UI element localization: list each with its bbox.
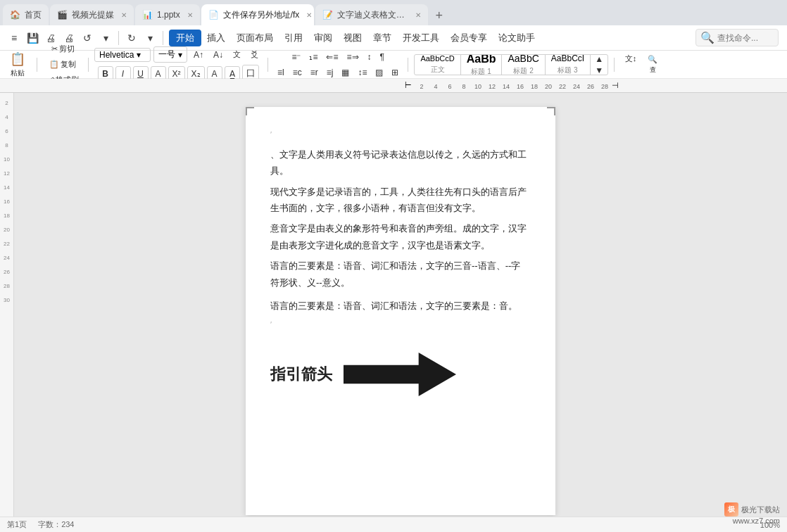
menu-chapter[interactable]: 章节 xyxy=(367,29,397,47)
paragraph-4-text: 语言的三要素是：语音、词汇和语法，文字的三音--语言、--字 符形状、义--意义… xyxy=(270,260,520,287)
arrow-label: 指引箭头 xyxy=(270,360,332,388)
styles-more-icon2: ▼ xyxy=(595,65,603,75)
left-ruler-14: 14 xyxy=(0,180,13,194)
toolbar-row-1: 📋 粘贴 ✂ 剪切 📋 复制 🖌 格式刷 Helve xyxy=(0,51,787,79)
font-name-arrow: ▾ xyxy=(137,50,141,60)
style-h2-label: 标题 2 xyxy=(513,66,533,75)
style-h2[interactable]: AaBbC 标题 2 xyxy=(502,55,544,75)
tab-pptx-close[interactable]: ✕ xyxy=(187,11,193,19)
style-h3[interactable]: AaBbCcI 标题 3 xyxy=(546,55,590,75)
ruler-mark-2: 2 xyxy=(415,83,429,90)
paste-group: 📋 粘贴 xyxy=(4,50,31,80)
tab-text[interactable]: 📝 文字迪义表格文案方式组工集(1) ✕ xyxy=(315,4,428,25)
border-button[interactable]: ⊞ xyxy=(388,65,402,80)
tab-text-close[interactable]: ✕ xyxy=(415,11,421,19)
left-ruler-16: 16 xyxy=(0,194,13,208)
menu-icon[interactable]: ≡ xyxy=(6,30,23,46)
paragraph-3[interactable]: 意音文字是由表义的象形符号和表音的声旁组。成的文字，汉字是由表形文字进化成的意音… xyxy=(270,220,531,253)
paragraph-2[interactable]: 现代文字多是记录语言的，工具，人类往往先有口头的语言后产生书面的，文字，很多小语… xyxy=(270,184,531,217)
main-area: 2 4 6 8 10 12 14 16 18 20 22 24 26 28 30… xyxy=(0,93,787,517)
document-area[interactable]: ′ 、文字是人类用表义符号记录表达信息以传之，久远的方式和工具。 现代文字多是记… xyxy=(14,93,787,517)
line-spacing[interactable]: ↕≡ xyxy=(354,65,370,80)
left-ruler-24: 24 xyxy=(0,251,13,265)
align-left[interactable]: ≡l xyxy=(274,65,288,80)
style-h1[interactable]: AaBb 标题 1 xyxy=(461,55,502,75)
style-normal[interactable]: AaBbCcD 正文 xyxy=(415,55,460,75)
tab-video-close[interactable]: ✕ xyxy=(121,11,127,19)
left-ruler-30: 30 xyxy=(0,293,13,307)
svg-marker-0 xyxy=(344,353,456,396)
font-name-select[interactable]: Helvetica ▾ xyxy=(94,48,151,62)
ruler-mark-22: 22 xyxy=(555,83,569,90)
menu-assist[interactable]: 论文助手 xyxy=(493,29,541,47)
sep-paste xyxy=(37,58,37,72)
list-unordered[interactable]: ≡⁻ xyxy=(288,50,304,64)
horizontal-ruler: ⊢ 2 4 6 8 10 12 14 16 18 20 22 24 26 28 … xyxy=(0,79,787,93)
menu-insert[interactable]: 插入 xyxy=(201,29,231,47)
style-h1-preview: AaBb xyxy=(467,54,496,66)
paragraph-1[interactable]: 、文字是人类用表义符号记录表达信息以传之，久远的方式和工具。 xyxy=(270,146,531,179)
cut-button[interactable]: ✂ 剪切 xyxy=(48,42,78,56)
menu-ref[interactable]: 引用 xyxy=(279,29,308,47)
font-size-arrow: ▾ xyxy=(178,50,182,60)
left-ruler-2: 2 xyxy=(0,96,13,110)
menu-start[interactable]: 开始 xyxy=(169,30,201,46)
tab-doc-active[interactable]: 📄 文件保存另外地址/fx ✕ xyxy=(201,4,314,25)
search-input[interactable] xyxy=(717,33,774,43)
menu-dev[interactable]: 开发工具 xyxy=(397,29,445,47)
styles-more-icon: ▲ xyxy=(595,54,603,64)
tab-doc-close[interactable]: ✕ xyxy=(306,11,312,19)
indent-increase[interactable]: ≡⇒ xyxy=(344,50,363,64)
paragraph-5-text: 语言的三要素是：语音、词汇和语法，文字的三要素是：音。 xyxy=(270,300,517,311)
paragraph-5[interactable]: 语言的三要素是：语音、词汇和语法，文字的三要素是：音。 xyxy=(270,298,531,314)
paragraph-1-text: 、文字是人类用表义符号记录表达信息以传之，久远的方式和工具。 xyxy=(270,149,527,176)
app-container: ≡ 💾 🖨 🖨 ↺ ▾ ↻ ▾ 开始 插入 页面布局 引用 审阅 视图 章节 开… xyxy=(0,25,787,532)
undo-arrow[interactable]: ▾ xyxy=(97,30,114,46)
left-ruler-28: 28 xyxy=(0,279,13,293)
menu-layout[interactable]: 页面布局 xyxy=(231,29,279,47)
document-content: ′ 、文字是人类用表义符号记录表达信息以传之，久远的方式和工具。 现代文字多是记… xyxy=(270,128,531,403)
list-ordered[interactable]: ₁≡ xyxy=(306,50,321,64)
copy-button[interactable]: 📋 复制 xyxy=(46,57,80,72)
sort-button[interactable]: ↕ xyxy=(364,50,375,64)
new-tab-button[interactable]: + xyxy=(429,6,449,25)
tab-home[interactable]: 🏠 首页 xyxy=(3,4,49,25)
tab-video-icon: 🎬 xyxy=(57,10,68,20)
ruler-mark-6: 6 xyxy=(443,83,457,90)
font-size-up[interactable]: A↑ xyxy=(190,48,207,62)
tab-video[interactable]: 🎬 视频光提媒 ✕ xyxy=(50,4,134,25)
redo-arrow[interactable]: ▾ xyxy=(141,30,158,46)
menu-review[interactable]: 审阅 xyxy=(308,29,338,47)
text-style-button[interactable]: 文↕ 粘贴 xyxy=(620,51,641,77)
tab-pptx[interactable]: 📊 1.pptx ✕ xyxy=(135,4,200,25)
menu-view[interactable]: 视图 xyxy=(338,29,367,47)
watermark-url: www.xz7.com xyxy=(724,517,780,525)
ruler-end-marker: ⊣ xyxy=(612,81,619,90)
align-right[interactable]: ≡r xyxy=(307,65,322,80)
paragraph-4[interactable]: 语言的三要素是：语音、词汇和语法，文字的三音--语言、--字 符形状、义--意义… xyxy=(270,258,531,291)
document-page: ′ 、文字是人类用表义符号记录表达信息以传之，久远的方式和工具。 现代文字多是记… xyxy=(246,107,555,515)
indent-decrease[interactable]: ⇐≡ xyxy=(322,50,341,64)
ruler-mark-16: 16 xyxy=(513,83,527,90)
redo-icon[interactable]: ↻ xyxy=(123,30,140,46)
save-icon[interactable]: 💾 xyxy=(24,30,41,46)
align-center[interactable]: ≡c xyxy=(289,65,306,80)
paste-button[interactable]: 📋 粘贴 xyxy=(4,50,31,80)
menu-vip[interactable]: 会员专享 xyxy=(445,29,493,47)
shading-button[interactable]: ▨ xyxy=(372,65,386,80)
font-size-select[interactable]: 一号 ▾ xyxy=(153,46,187,63)
left-ruler-26: 26 xyxy=(0,265,13,279)
text-style-icon: 文↕ xyxy=(625,53,637,64)
find-replace-button[interactable]: 🔍 查 xyxy=(644,53,661,77)
font-pinyin[interactable]: 文 xyxy=(229,47,244,62)
font-group: Helvetica ▾ 一号 ▾ A↑ A↓ 文 爻 B I U A X² X₂ xyxy=(94,46,262,82)
align-justify[interactable]: ≡j xyxy=(323,65,337,80)
arrow-section: 指引箭头 xyxy=(270,346,531,403)
watermark-logo: 极 极光下载站 xyxy=(724,502,780,517)
para-special[interactable]: ¶ xyxy=(377,50,388,64)
sep-para xyxy=(267,58,268,72)
column-button[interactable]: ▦ xyxy=(338,65,353,80)
font-special[interactable]: 爻 xyxy=(247,47,262,62)
font-size-down[interactable]: A↓ xyxy=(210,48,227,62)
styles-more[interactable]: ▲ ▼ xyxy=(591,55,607,75)
